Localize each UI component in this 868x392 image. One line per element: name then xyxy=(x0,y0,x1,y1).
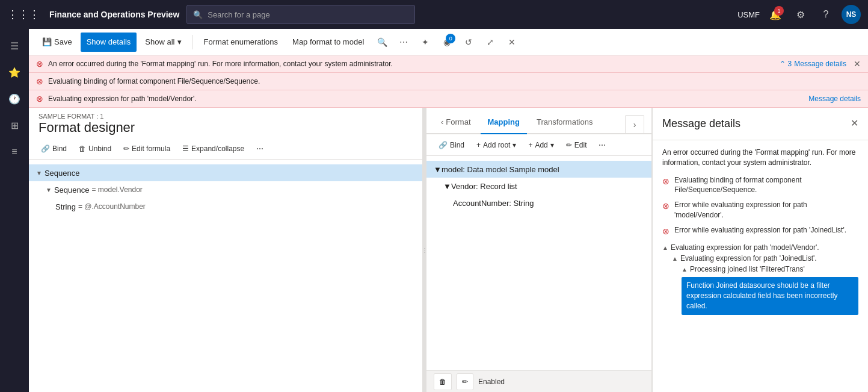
model-node-root[interactable]: ▼ model: Data model Sample model xyxy=(426,161,651,178)
model-edit-btn[interactable]: ✏ Edit xyxy=(561,137,592,154)
error-row-2: ⊗ Evaluating binding of format component… xyxy=(29,73,868,90)
message-details-panel: Message details ✕ An error occurred duri… xyxy=(651,108,868,392)
show-details-button[interactable]: Show details xyxy=(81,33,137,52)
tab-format[interactable]: ‹ Format xyxy=(434,110,478,134)
grid-icon[interactable]: ⋮⋮⋮ xyxy=(7,8,40,21)
message-details-link-3[interactable]: Message details xyxy=(808,95,861,103)
close-errors-btn[interactable]: ✕ xyxy=(854,59,861,69)
chevron-model-vendor: ▼ xyxy=(443,182,451,191)
pencil-icon: ✏ xyxy=(123,145,129,153)
msg-expand-row-1[interactable]: ▲ Evaluating expression for path 'model/… xyxy=(662,242,858,253)
gear-icon: ⚙ xyxy=(796,9,805,20)
node-formula-account: = @.AccountNumber xyxy=(78,202,146,211)
dropdown-icon-add: ▾ xyxy=(550,141,554,149)
msg-close-btn[interactable]: ✕ xyxy=(851,117,858,129)
show-all-button[interactable]: Show all ▾ xyxy=(139,33,187,52)
sidebar-favorites[interactable]: ⭐ xyxy=(2,60,26,84)
chevron-icon: ▼ xyxy=(36,170,42,176)
sidebar-home[interactable]: ☰ xyxy=(2,34,26,58)
chevron-up-icon: ⌃ xyxy=(780,60,786,68)
model-more-btn[interactable]: ⋯ xyxy=(594,137,611,154)
left-sidebar: ☰ ⭐ 🕐 ⊞ ≡ xyxy=(0,29,29,392)
model-panel: ‹ Format Mapping Transformations › xyxy=(426,108,651,392)
add-root-btn[interactable]: + Add root ▾ xyxy=(472,137,521,154)
expand-icon: ☰ xyxy=(182,145,189,153)
tree-node-sequence-vendor[interactable]: ▼ Sequence = model.Vendor xyxy=(29,181,422,198)
settings-btn[interactable]: ⚙ xyxy=(791,5,810,24)
search-btn[interactable]: 🔍 xyxy=(372,33,392,52)
close-btn[interactable]: ✕ xyxy=(502,33,522,52)
sidebar-modules[interactable]: ≡ xyxy=(2,140,26,164)
sidebar-recent[interactable]: 🕐 xyxy=(2,87,26,111)
bind-btn[interactable]: 🔗 Bind xyxy=(36,140,72,157)
node-label-3: String xyxy=(55,202,76,211)
format-enumerations-button[interactable]: Format enumerations xyxy=(198,33,285,52)
refresh-btn[interactable]: ↺ xyxy=(459,33,478,52)
structure-btn[interactable]: ✦ xyxy=(416,33,435,52)
top-nav: ⋮⋮⋮ Finance and Operations Preview 🔍 Sea… xyxy=(0,0,868,29)
msg-error-item-2: ⊗ Error while evaluating expression for … xyxy=(662,200,858,220)
link-icon-2: 🔗 xyxy=(439,141,448,149)
search-placeholder: Search for a page xyxy=(208,10,269,19)
tree-node-sequence[interactable]: ▼ Sequence xyxy=(29,164,422,181)
error-count-btn[interactable]: ⌃ 3 xyxy=(780,60,792,68)
msg-nested-detail: Processing joined list 'FilteredTrans' xyxy=(690,265,805,273)
model-node-vendor[interactable]: ▼ Vendor: Record list xyxy=(426,178,651,194)
bookmark-btn[interactable]: ◉ 0 xyxy=(437,33,457,52)
msg-nested-2: ▲ Processing joined list 'FilteredTrans'… xyxy=(672,264,858,314)
more-sub-btn[interactable]: ⋯ xyxy=(251,140,268,157)
msg-expand-row-3[interactable]: ▲ Processing joined list 'FilteredTrans' xyxy=(682,264,858,275)
plus-icon-add: + xyxy=(528,141,532,149)
delete-btn[interactable]: 🗑 xyxy=(434,373,452,390)
model-node-account[interactable]: AccountNumber: String xyxy=(426,194,651,211)
link-icon: 🔗 xyxy=(41,145,50,153)
chevron-model-root: ▼ xyxy=(434,165,442,174)
chevron-icon-2: ▼ xyxy=(46,187,52,193)
format-panel: SAMPLE FORMAT : 1 Format designer 🔗 Bind… xyxy=(29,108,423,392)
model-tree: ▼ model: Data model Sample model ▼ Vendo… xyxy=(426,156,651,370)
search-bar[interactable]: 🔍 Search for a page xyxy=(186,5,415,24)
avatar[interactable]: NS xyxy=(842,5,861,24)
msg-summary: An error occurred during the 'Format map… xyxy=(662,148,858,168)
tab-transformations[interactable]: Transformations xyxy=(529,110,600,134)
bookmark-badge: 0 xyxy=(446,34,455,43)
message-details-link-1[interactable]: Message details xyxy=(794,60,846,68)
status-text: Enabled xyxy=(478,378,505,386)
error-count: 3 xyxy=(788,60,792,68)
sidebar-workspaces[interactable]: ⊞ xyxy=(2,113,26,137)
tab-transformations-label: Transformations xyxy=(537,117,593,126)
error-text-1: An error occurred during the 'Format map… xyxy=(48,60,393,68)
chevron-up-msg-3: ▲ xyxy=(682,266,688,273)
edit-formula-btn[interactable]: ✏ Edit formula xyxy=(119,140,175,157)
save-icon: 💾 xyxy=(42,37,52,46)
panel-title: Format designer xyxy=(38,120,413,135)
save-button[interactable]: 💾 Save xyxy=(36,33,78,52)
content-area: 💾 Save Show details Show all ▾ Format en… xyxy=(29,29,868,392)
pencil-icon-2: ✏ xyxy=(566,141,572,149)
expand-collapse-btn[interactable]: ☰ Expand/collapse xyxy=(177,140,249,157)
error-text-3: Evaluating expression for path 'model/Ve… xyxy=(48,95,197,103)
expand-btn[interactable]: ⤢ xyxy=(481,33,500,52)
unbind-btn[interactable]: 🗑 Unbind xyxy=(74,140,116,157)
tab-next-btn[interactable]: › xyxy=(625,115,644,134)
add-btn[interactable]: + Add ▾ xyxy=(523,137,558,154)
help-btn[interactable]: ? xyxy=(816,5,836,24)
tab-mapping[interactable]: Mapping xyxy=(481,110,527,134)
msg-error-item-3: ⊗ Error while evaluating expression for … xyxy=(662,225,858,238)
model-bind-btn[interactable]: 🔗 Bind xyxy=(434,137,469,154)
node-formula-vendor: = model.Vendor xyxy=(91,185,142,194)
msg-error-text-1: Evaluating binding of format component F… xyxy=(674,175,858,196)
tree-node-string[interactable]: String = @.AccountNumber xyxy=(29,198,422,215)
tab-format-label: Format xyxy=(446,117,470,126)
chevron-up-msg: ▲ xyxy=(662,244,668,251)
msg-nested-1: ▲ Evaluating expression for path 'Joined… xyxy=(662,253,858,314)
map-format-button[interactable]: Map format to model xyxy=(286,33,370,52)
msg-highlight: Function Joined datasource should be a f… xyxy=(682,277,858,314)
chevron-up-msg-2: ▲ xyxy=(672,255,678,262)
more-btn[interactable]: ⋯ xyxy=(394,33,413,52)
edit-status-btn[interactable]: ✏ xyxy=(457,373,473,390)
msg-expand-row-2[interactable]: ▲ Evaluating expression for path 'Joined… xyxy=(672,253,858,264)
notifications-btn[interactable]: 🔔 1 xyxy=(766,5,785,24)
top-nav-right: USMF 🔔 1 ⚙ ? NS xyxy=(737,5,861,24)
msg-error-icon-1: ⊗ xyxy=(662,176,669,188)
